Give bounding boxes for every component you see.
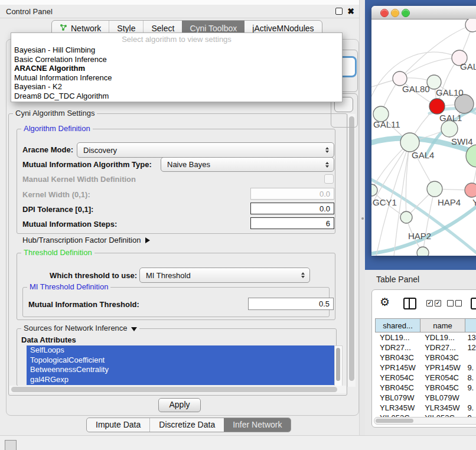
table-row[interactable]: YBL079WYBL079W: [375, 393, 476, 403]
network-graph[interactable]: GAL GAL80 GAL10 GAL1 GAL11 SWI4 GAL4 GCY…: [371, 19, 476, 256]
mi-steps-label: Mutual Information Steps:: [22, 220, 117, 229]
dropdown-prompt: Select algorithm to view settings: [11, 33, 342, 45]
bottom-tabbar: Impute Data Discretize Data Infer Networ…: [86, 418, 291, 432]
manual-kernel-checkbox[interactable]: [324, 174, 334, 184]
bottom-strip: [0, 435, 476, 450]
cyni-settings-legend: Cyni Algorithm Settings: [13, 109, 97, 118]
aracne-mode-select[interactable]: Discovery: [77, 142, 334, 158]
tab-network-label: Network: [71, 24, 101, 33]
tab-impute-data[interactable]: Impute Data: [87, 418, 149, 432]
threshold-definition-legend: Threshold Definition: [21, 248, 94, 257]
dropdown-item[interactable]: Dream8 DC_TDC Algorithm: [11, 92, 342, 101]
table-row[interactable]: YBR045CYBR045C9.: [375, 383, 476, 393]
table-row[interactable]: YER054CYER054C8.: [375, 373, 476, 383]
data-attributes-label: Data Attributes: [21, 335, 76, 344]
partial-toolbar-icon[interactable]: [471, 298, 476, 309]
node-gal1-selected[interactable]: [429, 99, 445, 114]
settings-horizontal-scrollbar[interactable]: [9, 386, 346, 393]
spinner-arrows-icon: [325, 162, 329, 168]
label-partial-right: Y: [472, 197, 476, 207]
split-columns-icon[interactable]: [403, 298, 416, 309]
unchecked-columns-icon[interactable]: [447, 300, 462, 306]
close-window-icon[interactable]: [380, 9, 389, 17]
mi-threshold-field[interactable]: 0.5: [248, 298, 334, 310]
node-gal4[interactable]: [400, 133, 419, 152]
label-gcy1: GCY1: [373, 197, 397, 207]
data-attributes-list[interactable]: SelfLoops TopologicalCoefficient Between…: [27, 345, 334, 385]
node-hap2[interactable]: [400, 211, 412, 223]
table-row[interactable]: YIL052CYIL052C9: [375, 413, 476, 417]
attributes-scrollbar[interactable]: [334, 345, 343, 386]
table-row[interactable]: YDL19...YDL19...13: [375, 332, 476, 343]
column-header-partial[interactable]: [465, 318, 476, 332]
sources-legend[interactable]: Sources for Network Inference: [21, 324, 139, 332]
attribute-item[interactable]: gal4RGexp: [27, 375, 334, 385]
column-header-shared[interactable]: shared...: [375, 318, 420, 332]
column-header-name[interactable]: name: [420, 318, 465, 332]
table-horizontal-scrollbar[interactable]: [374, 417, 476, 425]
minimize-window-icon[interactable]: [391, 9, 399, 17]
table-row[interactable]: YPR145WYPR145W9.: [375, 363, 476, 373]
close-panel-icon[interactable]: ✖: [347, 8, 354, 15]
table-row[interactable]: YBR043CYBR043C: [375, 353, 476, 363]
mi-type-select[interactable]: Naive Bayes: [161, 157, 334, 172]
table-panel: ⚙ ✓✓ shared... name YDL19...YDL19...13 Y…: [371, 289, 476, 428]
label-hap4: HAP4: [438, 197, 461, 207]
dropdown-item[interactable]: Basic Correlation Inference: [11, 55, 342, 64]
node-bottom[interactable]: [417, 247, 429, 256]
dropdown-item-selected[interactable]: ARACNE Algorithm: [11, 64, 342, 73]
mi-threshold-label: Mutual Information Threshold:: [28, 300, 139, 309]
node-table: shared... name YDL19...YDL19...13 YDR27.…: [375, 318, 476, 417]
kernel-width-field[interactable]: 0.0: [250, 188, 334, 200]
mi-steps-field[interactable]: 6: [250, 217, 334, 229]
node-swi4[interactable]: [441, 120, 458, 137]
label-gal1: GAL1: [439, 113, 462, 123]
aracne-mode-label: Aracne Mode:: [22, 145, 73, 154]
checked-columns-icon[interactable]: ✓✓: [426, 300, 441, 306]
dpi-tolerance-label: DPI Tolerance [0,1]:: [22, 205, 93, 214]
attribute-item[interactable]: SelfLoops: [27, 345, 334, 356]
splitter-grip: [361, 217, 364, 220]
dropdown-item[interactable]: Bayesian - K2: [11, 82, 342, 92]
dropdown-item[interactable]: Mutual Information Inference: [11, 73, 342, 83]
algorithm-definition-legend: Algorithm Definition: [21, 124, 93, 133]
attribute-item[interactable]: BetweennessCentrality: [27, 365, 334, 375]
gear-icon[interactable]: ⚙: [380, 296, 390, 308]
label-gal80: GAL80: [402, 84, 430, 94]
zoom-window-icon[interactable]: [402, 9, 410, 17]
network-canvas[interactable]: GAL GAL80 GAL10 GAL1 GAL11 SWI4 GAL4 GCY…: [371, 19, 476, 256]
collapsed-arrow-icon: [145, 237, 150, 243]
float-panel-icon[interactable]: [335, 8, 343, 15]
node-salmon[interactable]: [465, 183, 476, 197]
tab-infer-network[interactable]: Infer Network: [224, 418, 291, 432]
label-swi4: SWI4: [451, 136, 473, 146]
control-panel-titlebar: Control Panel ✖: [0, 5, 359, 18]
spinner-arrows-icon: [301, 272, 305, 278]
label-hap2: HAP2: [408, 231, 431, 241]
label-gal11: GAL11: [373, 119, 400, 129]
table-row[interactable]: YLR345WYLR345W9.: [375, 403, 476, 413]
node-gcy1[interactable]: [371, 184, 377, 196]
apply-button[interactable]: Apply: [158, 398, 201, 412]
tab-discretize-data[interactable]: Discretize Data: [149, 418, 224, 432]
dropdown-item[interactable]: Bayesian - Hill Climbing: [11, 45, 342, 55]
network-window-titlebar[interactable]: [371, 6, 476, 19]
table-header-row: shared... name: [375, 318, 476, 332]
dpi-tolerance-field[interactable]: 0.0: [250, 203, 334, 214]
which-threshold-label: Which threshold to use:: [50, 271, 137, 280]
hub-definition-toggle[interactable]: Hub/Transcription Factor Definition: [22, 236, 150, 244]
label-gal10: GAL10: [436, 87, 464, 97]
kernel-width-label: Kernel Width (0,1):: [22, 190, 90, 199]
expanded-arrow-icon: [131, 327, 137, 331]
which-threshold-select[interactable]: MI Threshold: [139, 268, 310, 283]
node-hap4[interactable]: [427, 181, 442, 197]
minimized-panel-icon[interactable]: [5, 440, 17, 450]
node-partial-top[interactable]: [465, 19, 476, 32]
spinner-arrows-icon: [325, 147, 329, 153]
settings-vertical-scrollbar[interactable]: [347, 114, 356, 387]
attribute-item[interactable]: TopologicalCoefficient: [27, 356, 334, 366]
mi-threshold-legend: MI Threshold Definition: [27, 282, 110, 291]
table-row[interactable]: YDR27...YDR27...12: [375, 343, 476, 353]
manual-kernel-label: Manual Kernel Width Definition: [22, 175, 136, 184]
network-window[interactable]: GAL GAL80 GAL10 GAL1 GAL11 SWI4 GAL4 GCY…: [371, 6, 476, 256]
